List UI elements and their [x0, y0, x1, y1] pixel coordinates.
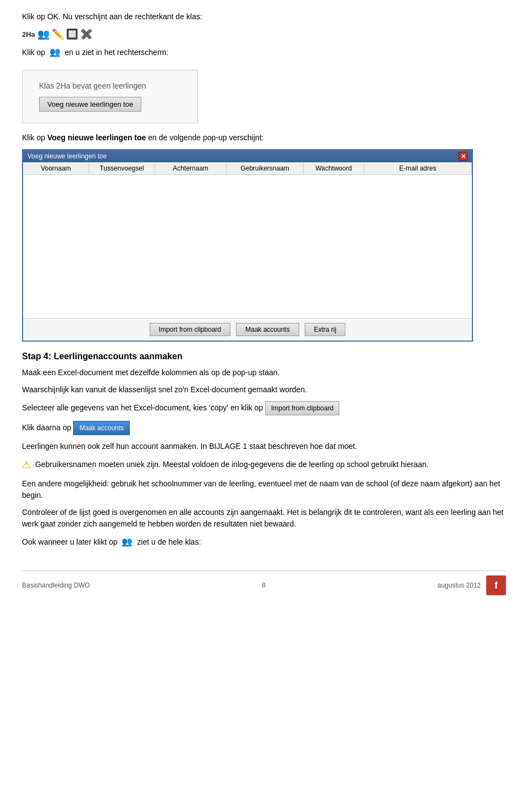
- col-wachtwoord: Wachtwoord: [304, 162, 364, 174]
- intro-paragraph-1: Klik op OK. Nu verschijnt aan de rechter…: [22, 11, 506, 23]
- class-icon-inline: 👥: [50, 47, 61, 57]
- extra-rij-button[interactable]: Extra rij: [305, 323, 346, 336]
- footer-logo: f: [486, 575, 506, 595]
- step4-p5: Leerlingen kunnen ook zelf hun account a…: [22, 441, 506, 452]
- col-email: E-mail adres: [364, 162, 472, 174]
- step4-p2: Waarschijnlijk kan vanuit de klassenlijs…: [22, 384, 506, 396]
- step4-p1: Maak een Excel-document met dezelfde kol…: [22, 367, 506, 378]
- popup-titlebar: Voeg nieuwe leerlingen toe ✕: [23, 150, 472, 162]
- step4-p3: Selecteer alle gegevens van het Excel-do…: [22, 401, 506, 415]
- maak-accounts-inline-button[interactable]: Maak accounts: [73, 421, 130, 435]
- no-students-box: Klas 2Ha bevat geen leerlingen Voeg nieu…: [22, 70, 198, 123]
- class-icon-p9: 👥: [122, 537, 133, 546]
- col-achternaam: Achternaam: [155, 162, 227, 174]
- grid-icon: 🔲: [66, 28, 78, 40]
- col-voornaam: Voornaam: [23, 162, 89, 174]
- step4-heading: Stap 4: Leerlingenaccounts aanmaken: [22, 352, 506, 361]
- main-content: Klik op OK. Nu verschijnt aan de rechter…: [22, 11, 506, 595]
- popup-window: Voeg nieuwe leerlingen toe ✕ Voornaam Tu…: [22, 149, 473, 342]
- edit-icon: ✏️: [52, 28, 64, 40]
- popup-title: Voeg nieuwe leerlingen toe: [28, 152, 107, 160]
- import-clipboard-inline-button[interactable]: Import from clipboard: [265, 401, 339, 415]
- maak-accounts-button[interactable]: Maak accounts: [236, 323, 299, 336]
- import-clipboard-button[interactable]: Import from clipboard: [150, 323, 230, 336]
- intro-paragraph-2: Klik op 👥 en u ziet in het rechterscherm…: [22, 46, 506, 59]
- popup-close-button[interactable]: ✕: [459, 152, 468, 161]
- footer-page: 8: [262, 581, 266, 589]
- step4-p4: Klik daarna op Maak accounts: [22, 421, 506, 435]
- step4-p7: Een andere mogelijkheid: gebruik het sch…: [22, 478, 506, 501]
- no-students-text: Klas 2Ha bevat geen leerlingen: [39, 81, 181, 90]
- warning-paragraph: ⚠ Gebruikersnamen moeten uniek zijn. Mee…: [22, 458, 506, 473]
- step4-p8: Controleer of de lijst goed is overgenom…: [22, 507, 506, 530]
- popup-content: Voornaam Tussenvoegsel Achternaam Gebrui…: [23, 162, 472, 341]
- class-icon-row: 2Ha 👥 ✏️ 🔲 ✖️: [22, 28, 506, 40]
- col-tussenvoegsel: Tussenvoegsel: [89, 162, 155, 174]
- footer-right: augustus 2012: [437, 581, 481, 589]
- col-gebruikersnaam: Gebruikersnaam: [227, 162, 304, 174]
- class-label: 2Ha: [22, 30, 35, 39]
- popup-table-header: Voornaam Tussenvoegsel Achternaam Gebrui…: [23, 162, 472, 175]
- intro-paragraph-3: Klik op Voeg nieuwe leerlingen toe en de…: [22, 132, 506, 144]
- popup-table-body: [23, 175, 472, 318]
- popup-footer: Import from clipboard Maak accounts Extr…: [23, 318, 472, 341]
- add-students-button[interactable]: Voeg nieuwe leerlingen toe: [39, 97, 141, 112]
- delete-icon: ✖️: [80, 28, 92, 40]
- class-group-icon: 👥: [37, 28, 50, 40]
- warning-icon: ⚠: [22, 458, 31, 473]
- step4-p9: Ook wanneer u later klikt op 👥 ziet u de…: [22, 535, 506, 548]
- footer: Basishandleiding DWO 8 augustus 2012 f: [22, 570, 506, 595]
- footer-left: Basishandleiding DWO: [22, 581, 90, 589]
